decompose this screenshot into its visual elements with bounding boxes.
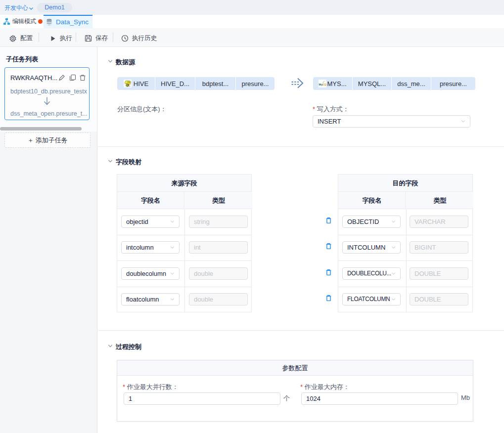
svg-text:SQL: SQL bbox=[322, 83, 327, 86]
